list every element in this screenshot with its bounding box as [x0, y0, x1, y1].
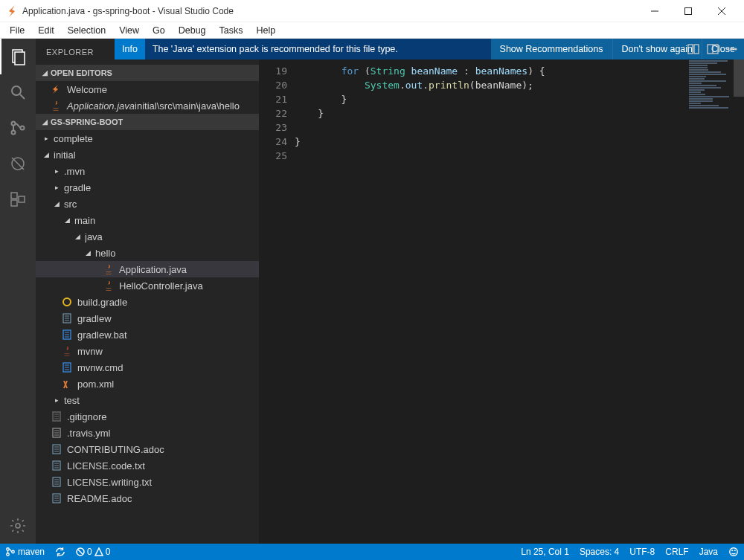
- chevron-down-icon: ◢: [73, 233, 82, 240]
- window-minimize-button[interactable]: [638, 0, 671, 22]
- workspace-label: GS-SPRING-BOOT: [51, 118, 123, 126]
- chevron-right-icon: ▸: [52, 396, 61, 404]
- more-actions-icon[interactable]: [726, 43, 738, 55]
- activity-extensions-icon[interactable]: [0, 181, 36, 217]
- tree-folder[interactable]: ◢main: [36, 212, 259, 228]
- minimap[interactable]: [686, 59, 731, 544]
- tree-label: LICENSE.code.txt: [67, 460, 145, 472]
- tree-file[interactable]: mvnw: [36, 343, 259, 359]
- svg-point-58: [728, 48, 730, 51]
- menu-file[interactable]: File: [3, 24, 31, 37]
- svg-point-17: [63, 298, 71, 306]
- text-icon: [51, 477, 62, 487]
- gradle-icon: [61, 297, 73, 307]
- tree-file[interactable]: .gitignore: [36, 408, 259, 425]
- tree-folder[interactable]: ▸complete: [36, 130, 259, 147]
- open-editors-list: WelcomeApplication.javainitial\src\main\…: [36, 81, 259, 114]
- line-number-gutter: 19202122232425: [259, 59, 295, 544]
- chevron-right-icon: ▸: [42, 135, 51, 142]
- tree-file[interactable]: LICENSE.writing.txt: [36, 474, 259, 490]
- status-branch[interactable]: maven: [0, 544, 50, 560]
- open-editors-header[interactable]: ◢ OPEN EDITORS: [36, 65, 259, 81]
- svg-rect-1: [684, 7, 691, 14]
- menu-help[interactable]: Help: [250, 24, 283, 37]
- status-position[interactable]: Ln 25, Col 1: [516, 544, 574, 560]
- menu-view[interactable]: View: [112, 24, 146, 37]
- status-bar: maven 0 0 Ln 25, Col 1 Spaces: 4 UTF-8 C…: [0, 544, 744, 560]
- tree-folder[interactable]: ◢java: [36, 228, 259, 245]
- tree-label: pom.xml: [77, 379, 114, 390]
- tree-file[interactable]: Application.java: [36, 261, 259, 277]
- tree-file[interactable]: CONTRIBUTING.adoc: [36, 441, 259, 457]
- svg-point-61: [7, 548, 10, 551]
- activity-settings-icon[interactable]: [0, 508, 36, 544]
- tree-file[interactable]: gradlew: [36, 310, 259, 326]
- svg-point-63: [12, 550, 15, 553]
- status-problems[interactable]: 0 0: [71, 544, 115, 560]
- tree-label: .mvn: [64, 166, 85, 177]
- maven-icon: [61, 346, 73, 356]
- menu-go[interactable]: Go: [146, 24, 172, 37]
- tree-file[interactable]: mvnw.cmd: [36, 359, 259, 376]
- activity-bar: [0, 39, 36, 544]
- tree-label: Application.java: [119, 264, 187, 275]
- tree-file[interactable]: pom.xml: [36, 376, 259, 392]
- tree-file[interactable]: LICENSE.code.txt: [36, 457, 259, 474]
- workspace-header[interactable]: ◢ GS-SPRING-BOOT: [36, 114, 259, 130]
- status-language[interactable]: Java: [694, 544, 723, 560]
- chevron-down-icon: ◢: [42, 151, 51, 158]
- compare-changes-icon[interactable]: [687, 43, 699, 55]
- tree-file[interactable]: README.adoc: [36, 490, 259, 506]
- window-maximize-button[interactable]: [671, 0, 705, 22]
- svg-point-10: [21, 126, 25, 130]
- tree-folder[interactable]: ◢src: [36, 196, 259, 212]
- tree-label: src: [64, 199, 77, 210]
- status-spaces[interactable]: Spaces: 4: [574, 544, 624, 560]
- tree-folder[interactable]: ▸gradle: [36, 179, 259, 196]
- tree-file[interactable]: HelloController.java: [36, 277, 259, 294]
- tree-file[interactable]: .travis.yml: [36, 425, 259, 441]
- open-editor-item[interactable]: Application.javainitial\src\main\java\he…: [36, 97, 259, 114]
- tree-file[interactable]: build.gradle: [36, 294, 259, 310]
- status-eol[interactable]: CRLF: [660, 544, 693, 560]
- activity-search-icon[interactable]: [0, 74, 36, 110]
- open-editor-label: Welcome: [67, 84, 107, 95]
- activity-scm-icon[interactable]: [0, 110, 36, 146]
- status-feedback-icon[interactable]: [723, 544, 744, 560]
- status-encoding[interactable]: UTF-8: [624, 544, 660, 560]
- tree-folder[interactable]: ▸.mvn: [36, 163, 259, 179]
- svg-point-60: [735, 48, 737, 51]
- menu-tasks[interactable]: Tasks: [213, 24, 250, 37]
- activity-debug-icon[interactable]: [0, 146, 36, 181]
- split-editor-icon[interactable]: [707, 43, 719, 55]
- svg-point-66: [730, 548, 738, 556]
- activity-explorer-icon[interactable]: [0, 39, 36, 74]
- tree-label: README.adoc: [67, 493, 132, 504]
- java-icon: [103, 280, 115, 291]
- window-close-button[interactable]: [705, 0, 738, 22]
- tree-label: initial: [54, 149, 76, 161]
- notification-message: The 'Java' extension pack is recommended…: [145, 44, 491, 54]
- open-editor-path: initial\src\main\java\hello: [135, 100, 240, 112]
- code-editor[interactable]: 19202122232425 for (String beanName : be…: [259, 59, 744, 544]
- tree-file[interactable]: gradlew.bat: [36, 326, 259, 343]
- status-sync[interactable]: [50, 544, 71, 560]
- notification-action-show[interactable]: Show Recommendations: [491, 39, 612, 59]
- tree-folder[interactable]: ◢hello: [36, 245, 259, 261]
- status-warnings-count: 0: [106, 547, 111, 557]
- menu-edit[interactable]: Edit: [31, 24, 61, 37]
- vertical-scrollbar[interactable]: [734, 59, 744, 544]
- open-editor-item[interactable]: Welcome: [36, 81, 259, 97]
- tree-folder[interactable]: ◢initial: [36, 147, 259, 163]
- menu-selection[interactable]: Selection: [61, 24, 112, 37]
- scrollbar-thumb[interactable]: [734, 59, 744, 97]
- svg-point-67: [732, 550, 733, 551]
- menu-debug[interactable]: Debug: [172, 24, 213, 37]
- text-icon: [51, 444, 62, 454]
- tree-folder[interactable]: ▸test: [36, 392, 259, 408]
- code-content[interactable]: for (String beanName : beanNames) { Syst…: [295, 59, 692, 544]
- chevron-down-icon: ◢: [52, 200, 61, 207]
- tree-label: complete: [54, 133, 93, 144]
- window-title: Application.java - gs-spring-boot - Visu…: [22, 6, 638, 16]
- text-icon: [61, 313, 73, 324]
